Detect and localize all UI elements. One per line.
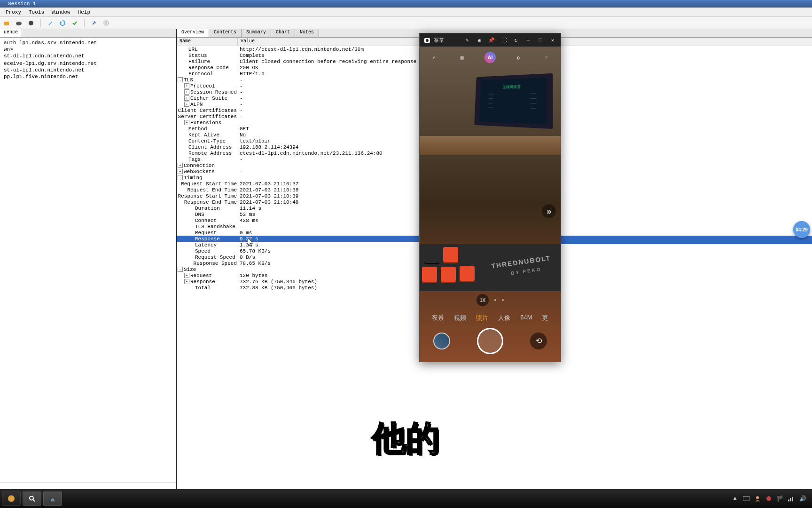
tray-icon-2[interactable] bbox=[765, 495, 773, 502]
phone-screen: ⚡ ▦ AI ◐ ≡ 互联网设置 ———— ———— ———— ———— THR… bbox=[420, 47, 561, 362]
collapse-icon[interactable]: - bbox=[178, 267, 183, 272]
property-name: Protocol bbox=[190, 83, 215, 89]
property-name: Protocol bbox=[188, 71, 213, 77]
phone-window-titlebar[interactable]: 幂享 ✎ ◉ 📌 ⛶ ↻ — □ ✕ bbox=[420, 33, 561, 47]
taskbar-app-charles[interactable] bbox=[43, 492, 62, 506]
left-panel: uence auth-lp1.ndas.srv.nintendo.net wn>… bbox=[0, 29, 176, 491]
tray-volume-icon[interactable]: 🔊 bbox=[799, 495, 806, 502]
lens-icon[interactable]: ◎ bbox=[542, 204, 556, 218]
cloud-icon[interactable] bbox=[14, 18, 23, 28]
property-name: Response bbox=[190, 279, 215, 285]
collapse-icon[interactable]: - bbox=[178, 77, 183, 82]
expand-icon[interactable]: + bbox=[184, 279, 189, 284]
svg-point-8 bbox=[756, 496, 759, 499]
property-name: ALPN bbox=[190, 102, 203, 107]
property-name: Latency bbox=[195, 242, 217, 248]
property-name: DNS bbox=[195, 212, 204, 217]
pin-icon[interactable]: 📌 bbox=[487, 36, 496, 44]
svg-point-1 bbox=[16, 22, 22, 25]
svg-rect-10 bbox=[788, 500, 789, 501]
tray-flag-icon[interactable]: 🏴 bbox=[776, 495, 784, 502]
selection-highlight-extension bbox=[561, 238, 812, 244]
menu-help[interactable]: Help bbox=[74, 8, 94, 16]
menu-tools[interactable]: Tools bbox=[25, 8, 48, 16]
tray-network-icon[interactable] bbox=[788, 495, 795, 502]
crop-icon[interactable]: ⛶ bbox=[500, 36, 508, 44]
property-name: Speed bbox=[195, 248, 211, 254]
expand-icon[interactable]: + bbox=[178, 169, 183, 174]
property-name: Connection bbox=[184, 163, 215, 168]
record-button[interactable] bbox=[2, 18, 11, 28]
tab-contents[interactable]: Contents bbox=[209, 29, 242, 37]
host-item[interactable]: pp.lp1.five.nintendo.net bbox=[2, 73, 174, 80]
nintendo-switch-device: 互联网设置 ———— ———— ———— ———— bbox=[474, 73, 553, 129]
stop-icon[interactable] bbox=[26, 18, 36, 28]
maximize-icon[interactable]: □ bbox=[536, 36, 545, 44]
rotate-icon[interactable]: ↻ bbox=[512, 36, 520, 44]
host-item[interactable]: st-dl-lp1.cdn.nintendo.net bbox=[2, 53, 174, 59]
svg-rect-11 bbox=[790, 498, 791, 501]
minimize-icon[interactable]: — bbox=[524, 36, 532, 44]
taskbar-app-search[interactable] bbox=[23, 492, 41, 506]
toolbar bbox=[0, 17, 812, 29]
collapse-icon[interactable]: - bbox=[178, 175, 183, 180]
property-name: Request End Time bbox=[187, 187, 237, 193]
expand-icon[interactable]: + bbox=[184, 89, 189, 95]
filter-icon[interactable]: ◐ bbox=[513, 52, 524, 63]
taskbar-app-1[interactable] bbox=[2, 492, 21, 506]
mode-more[interactable]: 更 bbox=[542, 314, 548, 322]
menu-icon[interactable]: ≡ bbox=[541, 52, 552, 63]
mode-night[interactable]: 夜景 bbox=[432, 314, 444, 322]
menu-proxy[interactable]: Proxy bbox=[2, 8, 25, 16]
zoom-control[interactable]: 1X bbox=[476, 294, 504, 306]
host-item[interactable]: eceive-lp1.dg.srv.nintendo.net bbox=[2, 60, 174, 67]
wrench-icon[interactable] bbox=[89, 18, 99, 28]
property-name: Total bbox=[195, 285, 211, 291]
zoom-level[interactable]: 1X bbox=[476, 294, 489, 306]
tray-icon[interactable]: ▲ bbox=[731, 495, 739, 502]
expand-icon[interactable]: + bbox=[184, 83, 189, 88]
left-tab-sequence[interactable]: uence bbox=[0, 29, 22, 37]
shutter-button[interactable] bbox=[477, 328, 503, 354]
edit-icon[interactable]: ✎ bbox=[463, 36, 471, 44]
refresh-icon[interactable] bbox=[58, 18, 67, 28]
host-list[interactable]: auth-lp1.ndas.srv.nintendo.net wn> st-dl… bbox=[0, 38, 176, 483]
tray-keyboard-icon[interactable] bbox=[742, 495, 750, 502]
hdr-icon[interactable]: ▦ bbox=[456, 52, 468, 63]
ai-badge[interactable]: AI bbox=[484, 52, 496, 63]
host-item[interactable]: auth-lp1.ndas.srv.nintendo.net bbox=[2, 40, 174, 46]
close-icon[interactable]: ✕ bbox=[548, 36, 557, 44]
record-icon[interactable]: ◉ bbox=[475, 36, 484, 44]
switch-title: 互联网设置 bbox=[489, 84, 537, 90]
tab-overview[interactable]: Overview bbox=[177, 29, 209, 37]
expand-icon[interactable]: + bbox=[184, 102, 189, 107]
menu-window[interactable]: Window bbox=[48, 8, 74, 16]
column-name[interactable]: Name bbox=[177, 38, 238, 46]
tab-chart[interactable]: Chart bbox=[271, 29, 295, 37]
mode-64m[interactable]: 64M bbox=[520, 314, 532, 322]
property-name: Failure bbox=[188, 59, 210, 64]
gallery-thumbnail[interactable] bbox=[433, 333, 450, 349]
expand-icon[interactable]: + bbox=[184, 95, 189, 101]
check-icon[interactable] bbox=[70, 18, 79, 28]
mode-photo[interactable]: 照片 bbox=[476, 314, 488, 322]
flip-camera-icon[interactable]: ⟲ bbox=[530, 333, 547, 349]
window-titlebar: - Session 1 bbox=[0, 0, 812, 8]
system-tray: ▲ 🏴 🔊 bbox=[731, 495, 810, 502]
tab-notes[interactable]: Notes bbox=[295, 29, 319, 37]
tab-summary[interactable]: Summary bbox=[242, 29, 271, 37]
expand-icon[interactable]: + bbox=[184, 120, 189, 125]
expand-icon[interactable]: + bbox=[184, 273, 189, 278]
tray-user-icon[interactable] bbox=[754, 495, 761, 502]
expand-icon[interactable]: + bbox=[178, 163, 183, 168]
mode-video[interactable]: 视频 bbox=[454, 314, 466, 322]
flash-icon[interactable]: ⚡ bbox=[428, 52, 439, 63]
globe-icon[interactable] bbox=[102, 18, 111, 28]
mode-portrait[interactable]: 人像 bbox=[498, 314, 510, 322]
phone-mirror-window[interactable]: 幂享 ✎ ◉ 📌 ⛶ ↻ — □ ✕ ⚡ ▦ AI ◐ ≡ bbox=[419, 33, 561, 362]
video-timestamp-badge[interactable]: 04:29 bbox=[793, 221, 810, 238]
brush-icon[interactable] bbox=[46, 18, 55, 28]
video-subtitle: 他的 bbox=[372, 416, 440, 461]
host-item[interactable]: wn> bbox=[2, 46, 174, 53]
host-item[interactable]: st-ul-lp1.cdn.nintendo.net bbox=[2, 67, 174, 73]
